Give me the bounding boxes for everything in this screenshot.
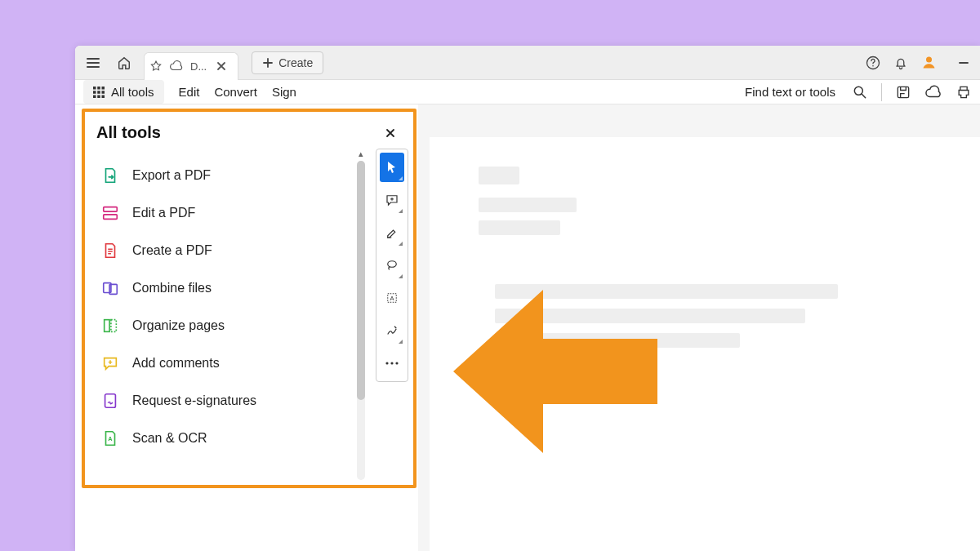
svg-point-2 [926, 57, 932, 63]
tab-label: D... [190, 60, 207, 73]
svg-rect-13 [898, 87, 908, 97]
tool-add-comments[interactable]: Add comments [96, 344, 354, 382]
lasso-tool-button[interactable] [380, 251, 404, 280]
svg-rect-19 [111, 320, 116, 332]
hamburger-menu-button[interactable] [82, 51, 105, 74]
all-tools-label: All tools [111, 85, 154, 99]
star-icon[interactable] [149, 60, 163, 73]
tool-combine-files[interactable]: Combine files [96, 269, 354, 307]
bell-icon[interactable] [893, 55, 909, 71]
svg-point-1 [872, 64, 874, 66]
svg-rect-11 [102, 95, 105, 98]
menu-sign[interactable]: Sign [272, 85, 296, 99]
grid-icon [93, 87, 105, 98]
tool-label: Combine files [132, 281, 212, 295]
tool-label: Request e-signatures [132, 393, 256, 408]
create-button[interactable]: Create [252, 51, 323, 74]
select-tool-button[interactable] [380, 153, 404, 182]
tool-label: Edit a PDF [132, 206, 195, 220]
svg-rect-14 [104, 207, 118, 211]
tools-panel-close-button[interactable] [379, 125, 402, 141]
titlebar-right [865, 54, 973, 71]
placeholder [479, 167, 519, 184]
combine-files-icon [101, 279, 119, 297]
svg-rect-4 [97, 87, 100, 90]
scan-ocr-icon: A [101, 429, 119, 447]
svg-rect-6 [93, 91, 96, 94]
highlight-tool-button[interactable] [380, 218, 404, 247]
scroll-track[interactable] [357, 161, 365, 480]
export-pdf-icon [101, 167, 119, 184]
print-icon[interactable] [956, 84, 972, 100]
tool-label: Export a PDF [132, 168, 211, 183]
svg-rect-5 [102, 87, 105, 90]
find-label[interactable]: Find text or tools [745, 85, 835, 99]
svg-rect-8 [102, 91, 105, 94]
esignatures-icon [101, 392, 119, 410]
text-select-tool-button[interactable]: A [380, 283, 404, 313]
home-button[interactable] [113, 51, 136, 74]
search-icon[interactable] [852, 84, 868, 100]
cloud-icon [169, 60, 184, 72]
create-pdf-icon [101, 242, 119, 260]
titlebar: D... Create [75, 46, 980, 80]
organize-pages-icon [101, 317, 119, 335]
arrow-annotation [453, 290, 657, 453]
tab-close-button[interactable] [213, 60, 229, 73]
toolbar-right: Find text or tools [745, 83, 972, 101]
svg-point-12 [854, 87, 862, 95]
tool-request-esignatures[interactable]: Request e-signatures [96, 382, 354, 420]
document-tab[interactable]: D... [144, 52, 238, 80]
svg-rect-3 [93, 87, 96, 90]
all-tools-panel: All tools Export a PDF [82, 109, 416, 488]
svg-point-25 [385, 362, 388, 364]
left-rail: All tools Export a PDF [75, 104, 418, 551]
svg-point-22 [388, 261, 397, 268]
svg-point-26 [390, 362, 393, 364]
placeholder [479, 198, 577, 212]
menu-convert[interactable]: Convert [214, 85, 257, 99]
draw-tool-button[interactable] [380, 316, 404, 345]
tools-scrollbar[interactable]: ▴ [354, 149, 368, 480]
tool-export-pdf[interactable]: Export a PDF [96, 157, 354, 194]
svg-rect-10 [97, 95, 100, 98]
add-comments-icon [101, 354, 119, 372]
svg-text:A: A [390, 295, 394, 302]
save-icon[interactable] [895, 84, 911, 100]
svg-rect-20 [105, 394, 116, 408]
add-note-tool-button[interactable] [380, 185, 404, 215]
svg-rect-15 [104, 215, 118, 220]
placeholder [479, 220, 560, 235]
tool-edit-pdf[interactable]: Edit a PDF [96, 194, 354, 232]
tools-panel-title: All tools [96, 123, 161, 142]
more-tools-button[interactable] [380, 349, 404, 378]
all-tools-button[interactable]: All tools [83, 80, 164, 104]
tool-list: Export a PDF Edit a PDF [96, 149, 354, 480]
toolbar: All tools Edit Convert Sign Find text or… [75, 80, 980, 104]
minimize-button[interactable] [957, 56, 970, 69]
help-icon[interactable] [865, 55, 881, 71]
divider [881, 83, 882, 101]
scroll-up-icon[interactable]: ▴ [359, 149, 363, 159]
create-label: Create [278, 56, 313, 69]
quick-tools-bar: A [376, 149, 408, 382]
tool-label: Organize pages [132, 318, 225, 333]
tool-create-pdf[interactable]: Create a PDF [96, 232, 354, 269]
svg-rect-18 [105, 320, 109, 332]
svg-rect-9 [93, 95, 96, 98]
scroll-thumb[interactable] [357, 161, 365, 400]
tool-label: Add comments [132, 356, 220, 371]
menu-edit[interactable]: Edit [179, 85, 200, 99]
tool-scan-ocr[interactable]: A Scan & OCR [96, 420, 354, 457]
svg-rect-7 [97, 91, 100, 94]
tool-organize-pages[interactable]: Organize pages [96, 307, 354, 344]
edit-pdf-icon [101, 204, 119, 222]
tool-label: Scan & OCR [132, 431, 207, 446]
tool-label: Create a PDF [132, 243, 212, 258]
svg-text:A: A [108, 435, 113, 442]
account-icon[interactable] [920, 54, 938, 71]
cloud-sync-icon[interactable] [924, 85, 942, 100]
svg-point-27 [395, 362, 398, 364]
